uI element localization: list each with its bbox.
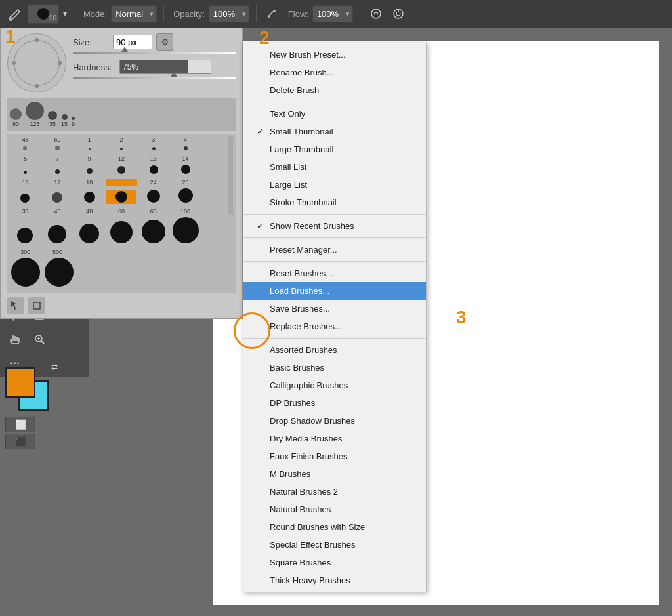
menu-item-reset-brushes[interactable]: Reset Brushes... (243, 264, 426, 282)
swap-colors-icon[interactable]: ⇄ (51, 362, 58, 371)
size-slider[interactable] (73, 52, 236, 54)
brush-inner-circle (14, 40, 60, 86)
brush-angle-icon[interactable] (389, 5, 408, 23)
hardness-slider[interactable] (73, 77, 236, 79)
grid-brush-14[interactable] (42, 191, 72, 204)
brush-thumb-5[interactable]: 9 (72, 117, 75, 127)
brush-grid-row-icons-4 (10, 216, 233, 245)
menu-item-stroke-thumbnail[interactable]: Stroke Thumbnail (243, 194, 426, 211)
grid-brush-12[interactable] (171, 163, 201, 175)
menu-item-label: Load Brushes... (270, 286, 329, 296)
grid-brush-9[interactable] (74, 167, 104, 175)
grid-brush-15[interactable] (74, 190, 104, 204)
crop-tool-btn[interactable] (28, 297, 45, 314)
handle-right (58, 61, 62, 65)
quick-mask-btn[interactable]: ⬛ (5, 434, 35, 449)
menu-separator (243, 338, 426, 339)
grid-brush-3[interactable] (74, 147, 104, 152)
standard-mode-btn[interactable]: ⬜ (5, 417, 35, 432)
menu-item-new-brush-preset[interactable]: New Brush Preset... (243, 46, 426, 64)
grid-brush-22[interactable] (106, 220, 136, 245)
selection-tool-btn[interactable] (7, 297, 24, 314)
menu-item-small-thumbnail[interactable]: ✓Small Thumbnail (243, 123, 426, 140)
grid-brush-16-selected[interactable] (106, 190, 136, 204)
grid-brush-2[interactable] (42, 144, 72, 152)
airbrush-toggle[interactable] (263, 5, 282, 23)
menu-item-large-list[interactable]: Large List (243, 176, 426, 194)
size-input[interactable] (113, 35, 152, 49)
menu-item-drop-shadow-brushes[interactable]: Drop Shadow Brushes (243, 412, 426, 430)
menu-item-assorted-brushes[interactable]: Assorted Brushes (243, 341, 426, 359)
brush-tool-icon[interactable] (5, 5, 24, 23)
menu-item-faux-finish-brushes[interactable]: Faux Finish Brushes (243, 447, 426, 465)
menu-item-preset-manager[interactable]: Preset Manager... (243, 241, 426, 258)
menu-item-label: M Brushes (270, 469, 310, 479)
menu-item-special-effect-brushes[interactable]: Special Effect Brushes (243, 536, 426, 554)
brush-size-display[interactable]: 90 (28, 4, 59, 24)
menu-item-delete-brush[interactable]: Delete Brush (243, 81, 426, 99)
grid-brush-21[interactable] (74, 222, 104, 245)
svg-line-10 (41, 341, 44, 344)
menu-item-natural-brushes[interactable]: Natural Brushes (243, 501, 426, 518)
brush-thumb-1[interactable]: 90 (10, 108, 22, 127)
grid-brush-13[interactable] (10, 192, 40, 204)
menu-item-text-only[interactable]: Text Only (243, 105, 426, 123)
grid-brush-17[interactable] (138, 188, 169, 204)
grid-brush-5[interactable] (138, 146, 169, 152)
grid-brush-6[interactable] (171, 145, 201, 152)
menu-item-show-recent-brushes[interactable]: ✓Show Recent Brushes (243, 217, 426, 235)
menu-item-dp-brushes[interactable]: DP Brushes (243, 394, 426, 412)
brush-thumb-3[interactable]: 35 (48, 111, 57, 127)
mode-select-wrap[interactable]: Normal (111, 5, 157, 22)
opacity-select-wrap[interactable]: 100% (209, 5, 249, 22)
quick-mask-area: ⬜ ⬛ (5, 417, 35, 449)
brush-thumb-2[interactable]: 125 (26, 102, 44, 127)
mode-select[interactable]: Normal (111, 5, 157, 22)
menu-item-large-thumbnail[interactable]: Large Thumbnail (243, 140, 426, 158)
grid-brush-11[interactable] (138, 164, 169, 175)
brush-thumb-4[interactable]: 15 (61, 114, 68, 127)
grid-brush-18[interactable] (171, 187, 201, 204)
hand-tool[interactable] (3, 328, 26, 350)
menu-item-replace-brushes[interactable]: Replace Brushes... (243, 318, 426, 335)
grid-brush-1[interactable] (10, 145, 40, 152)
grid-brush-25[interactable] (10, 257, 41, 288)
smoothing-icon[interactable] (367, 5, 385, 23)
grid-brush-20[interactable] (42, 224, 72, 245)
tool-row-2 (3, 328, 86, 350)
size-label: Size: (73, 37, 109, 47)
menu-item-dry-media-brushes[interactable]: Dry Media Brushes (243, 430, 426, 447)
grid-brush-19[interactable] (10, 226, 40, 245)
menu-item-save-brushes[interactable]: Save Brushes... (243, 300, 426, 318)
grid-brush-4[interactable] (106, 146, 136, 152)
grid-brush-24[interactable] (171, 216, 201, 245)
menu-item-rename-brush[interactable]: Rename Brush... (243, 64, 426, 81)
size-slider-handle[interactable] (121, 47, 128, 52)
gear-button[interactable]: ⚙ (156, 33, 173, 51)
menu-item-label: New Brush Preset... (270, 50, 346, 60)
grid-brush-7[interactable] (10, 169, 40, 175)
grid-brush-10[interactable] (106, 165, 136, 175)
hardness-slider-handle[interactable] (171, 72, 177, 77)
brush-size-dropdown-arrow[interactable]: ▾ (63, 9, 67, 18)
grid-brush-8[interactable] (42, 168, 72, 175)
foreground-color-swatch[interactable] (5, 367, 35, 398)
menu-item-natural-brushes-2[interactable]: Natural Brushes 2 (243, 483, 426, 501)
separator (74, 5, 74, 22)
menu-item-load-brushes[interactable]: Load Brushes... (243, 282, 426, 300)
menu-item-thick-heavy-brushes[interactable]: Thick Heavy Brushes (243, 571, 426, 589)
menu-item-round-brushes-with-size[interactable]: Round Brushes with Size (243, 518, 426, 536)
grid-brush-26[interactable] (43, 257, 75, 288)
menu-item-m-brushes[interactable]: M Brushes (243, 465, 426, 483)
menu-item-calligraphic-brushes[interactable]: Calligraphic Brushes (243, 377, 426, 394)
menu-item-square-brushes[interactable]: Square Brushes (243, 554, 426, 571)
opacity-select[interactable]: 100% (209, 5, 249, 22)
flow-select[interactable]: 100% (312, 5, 353, 22)
zoom-tool[interactable] (28, 328, 51, 350)
menu-item-small-list[interactable]: Small List (243, 158, 426, 176)
menu-item-basic-brushes[interactable]: Basic Brushes (243, 359, 426, 377)
grid-brush-23[interactable] (138, 218, 169, 245)
menu-separator (243, 237, 426, 238)
flow-select-wrap[interactable]: 100% (312, 5, 353, 22)
handle-left (12, 61, 16, 65)
